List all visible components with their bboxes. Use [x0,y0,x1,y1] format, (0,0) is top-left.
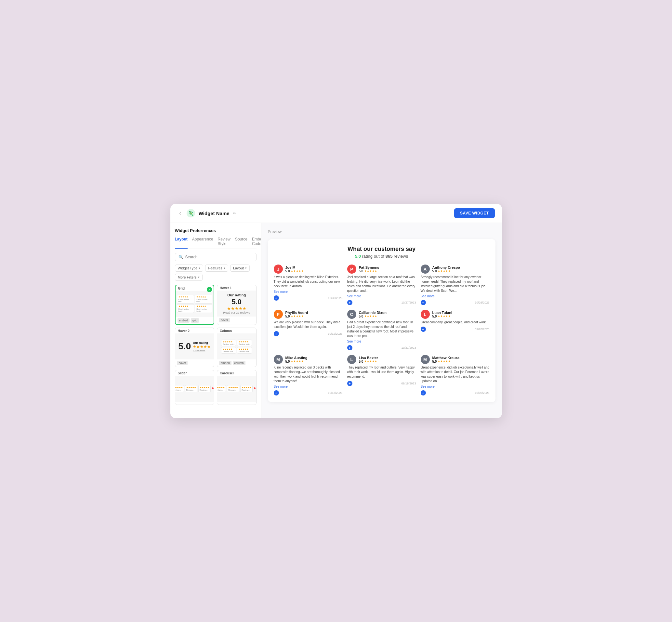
hover2-reviews-label: 22 reviews [193,349,211,352]
review-card: L Lisa Baxter 5.0 ★★★★★ They replaced my… [347,355,416,395]
reviewer-info: Mike Austing 5.0 ★★★★★ [285,356,308,363]
reviewer-avatar: C [347,310,356,319]
reviewer-name: Lisa Baxter [359,356,378,360]
see-more-link[interactable]: See more [421,295,490,298]
reviewer-avatar: L [347,355,356,364]
widget-card-column-thumb: ★★★★★Review text... ★★★★★Review text... … [217,334,256,359]
filter-layout[interactable]: Layout ▾ [230,265,250,272]
search-icon: 🔍 [178,255,183,259]
reviewer-info: Lisa Baxter 5.0 ★★★★★ [359,356,378,363]
see-more-link[interactable]: See more [421,385,490,388]
rating-num: 5.0 [432,269,437,273]
reviewer-name: Anthony Crespo [432,266,460,269]
rating-num: 5.0 [359,269,364,273]
preview-reviews-count: 865 [385,254,393,259]
svg-text:🦎: 🦎 [188,211,194,216]
reviewer-avatar: L [421,310,430,319]
reviewer-row: M Mike Austing 5.0 ★★★★★ [274,355,343,364]
search-box: 🔍 [175,253,257,261]
tab-embed-code[interactable]: Embed Code [252,237,261,249]
reviewer-row: P Phyllis Acord 5.0 ★★★★★ [274,310,343,319]
filter-more[interactable]: More Filters ▾ [175,274,203,281]
reviewer-name: Joe M [285,266,304,269]
tabs-row: Layout Appearence Review Style Source Em… [175,237,257,249]
filter-widget-type[interactable]: Widget Type ▾ [175,265,203,272]
tab-layout[interactable]: Layout [175,237,188,249]
widget-card-grid-badges: embed grid [175,317,214,324]
tab-review-style[interactable]: Review Style [218,237,231,249]
widget-card-column-label: Column [217,328,256,334]
review-card: A Anthony Crespo 5.0 ★★★★★ Strongly reco… [421,265,490,305]
review-footer: + 10/30/2023 [274,296,343,301]
hover1-stars: ★★★★★ [223,306,250,311]
slider-dot-active [212,387,213,389]
preview-rating-text: rating out of [362,254,384,259]
badge-embed: embed [177,318,190,323]
review-date: 10/30/2023 [328,297,342,300]
widget-card-column[interactable]: Column ★★★★★Review text... ★★★★★Review t… [217,327,257,367]
stars-icon: ★★★★★ [438,315,450,318]
widget-card-grid[interactable]: ✓ Grid ★★★★★Short review text... ★★★★★Sh… [175,285,214,325]
edit-icon[interactable]: ✏ [233,211,236,216]
review-footer: + 10/06/2023 [421,390,490,395]
rating-row: 5.0 ★★★★★ [432,315,452,318]
reviewer-info: Anthony Crespo 5.0 ★★★★★ [432,266,460,273]
stars-icon: ★★★★★ [291,269,304,273]
rating-num: 5.0 [432,315,437,318]
widget-card-grid-thumb: ★★★★★Short review text... ★★★★★Short rev… [175,291,214,317]
widget-card-carousel[interactable]: Carousel ★★★★★Review... ★★★★★Review... ★… [217,370,257,405]
stars-icon: ★★★★★ [291,360,304,363]
badge-hover: hover [219,318,230,322]
see-more-link[interactable]: See more [274,290,343,293]
review-footer: + 10/12/2023 [274,331,343,336]
widget-card-hover1[interactable]: Hover 1 Our Rating 5.0 ★★★★★ Read our 22… [217,285,257,325]
back-button[interactable]: ‹ [177,210,183,217]
widget-card-hover1-label: Hover 1 [217,285,256,290]
app-container: ‹ 🦎 Widget Name ✏ SAVE WIDGET Widget Pre… [170,204,502,418]
reviewer-avatar: M [274,355,283,364]
stars-icon: ★★★★★ [438,269,450,273]
save-button[interactable]: SAVE WIDGET [454,208,495,218]
filters-row: Widget Type ▾ Features ▾ Layout ▾ More F… [175,265,257,281]
see-more-link[interactable]: See more [274,385,343,388]
hover1-our-rating: Our Rating [223,293,250,297]
widget-card-slider[interactable]: Slider ★★★★★Review... ★★★★★Review... ★★★… [175,370,214,405]
see-more-link[interactable]: See more [347,340,416,343]
widget-card-hover2[interactable]: Hover 2 5.0 Our Rating ★★★★★ 22 reviews [175,327,214,367]
plus-icon: + [421,300,426,305]
stars-icon: ★★★★★ [438,360,450,363]
rating-row: 5.0 ★★★★★ [285,315,308,318]
plus-icon: + [347,345,352,350]
panel-title: Widget Preferrences [175,228,257,233]
widget-card-hover2-label: Hover 2 [175,328,214,334]
filter-features[interactable]: Features ▾ [205,265,228,272]
search-input[interactable] [185,255,253,259]
review-date: 10/12/2023 [328,332,342,335]
review-footer: + 10/27/2023 [347,300,416,305]
preview-reviews-label: reviews [394,254,408,259]
selected-check-icon: ✓ [207,287,212,292]
tab-appearance[interactable]: Appearence [192,237,213,249]
review-date: 09/20/2023 [475,327,489,331]
preview-box: What our customers say 5.0 rating out of… [268,239,496,402]
plus-icon: + [347,381,352,386]
review-footer: + 10/26/2023 [421,300,490,305]
hover1-rating-num: 5.0 [223,298,250,306]
review-footer: + 09/20/2023 [421,326,490,332]
plus-icon: + [274,331,279,336]
review-text: Great experience, did job exceptionally … [421,365,490,383]
top-bar: ‹ 🦎 Widget Name ✏ SAVE WIDGET [170,204,502,223]
chevron-down-icon: ▾ [224,267,225,270]
reviewer-row: L Luan Tufani 5.0 ★★★★★ [421,310,490,319]
review-text: Strongly recommend Kline for any exterio… [421,275,490,293]
review-date: 10/13/2023 [328,391,342,394]
widget-title: Widget Name [199,211,230,216]
tab-source[interactable]: Source [235,237,247,249]
see-more-link[interactable]: See more [347,295,416,298]
reviewer-avatar: P [274,310,283,319]
badge-column: column [233,361,245,365]
rating-row: 5.0 ★★★★★ [432,360,460,363]
badge-embed-col: embed [219,361,232,365]
widget-card-carousel-badges [217,402,256,405]
widget-card-column-badges: embed column [217,359,256,367]
